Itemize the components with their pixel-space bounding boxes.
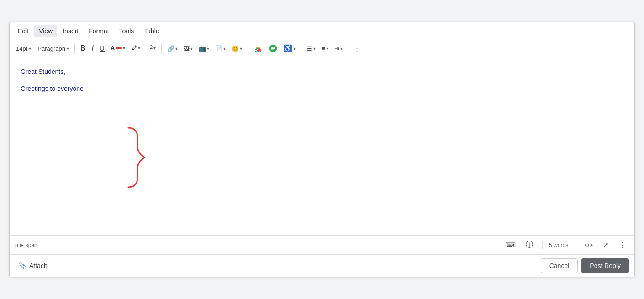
paragraph-chevron: ▾ [67,46,69,51]
editor-line-1: Great Students, [21,66,623,78]
status-sep-2 [575,241,575,249]
svg-rect-3 [271,50,274,50]
template-chevron: ▾ [223,46,226,51]
list-icon: ≡ [322,45,325,52]
svg-rect-2 [271,48,275,49]
align-button[interactable]: ☰ ▾ [304,43,318,54]
menu-bar: Edit View Insert Format Tools Table [10,22,634,40]
accessibility-status-button[interactable]: ⓘ [523,238,536,252]
italic-button[interactable]: I [89,42,96,54]
align-group: ☰ ▾ ≡ ▾ ⇥ ▾ [304,43,345,54]
accessibility-chevron: ▾ [293,46,296,51]
font-color-icon: A [111,45,115,52]
font-size-chevron: ▾ [29,46,31,51]
google-docs-icon [269,44,278,53]
post-reply-button[interactable]: Post Reply [581,258,629,273]
footer: 📎 Attach Cancel Post Reply [10,254,634,277]
status-more-button[interactable]: ⋮ [616,239,629,251]
image-button[interactable]: 🖼 ▾ [181,43,195,54]
sep-3 [248,43,248,54]
google-docs-button[interactable] [266,42,280,55]
align-icon: ☰ [307,45,312,52]
status-arrow: ▶ [20,242,24,247]
media-button[interactable]: 📺 ▾ [196,43,212,54]
emoji-button[interactable]: 😊 ▾ [229,43,245,54]
status-bar: p ▶ span ⌨ ⓘ 5 words </> ⤢ ⋮ [10,235,634,254]
attach-button[interactable]: 📎 Attach [15,260,51,271]
menu-tools[interactable]: Tools [115,25,139,37]
accessibility-icon: ♿ [284,44,292,52]
menu-format[interactable]: Format [84,25,113,37]
list-button[interactable]: ≡ ▾ [319,43,331,54]
superscript-icon: T2 [146,44,153,52]
attach-icon: 📎 [19,262,26,269]
highlight-icon: 🖍 [131,45,137,52]
highlight-button[interactable]: 🖍 ▾ [128,43,143,53]
media-chevron: ▾ [207,46,209,51]
cloud-group: ♿ ▾ [251,42,298,55]
superscript-chevron: ▾ [153,46,156,51]
link-chevron: ▾ [175,46,178,51]
code-view-button[interactable]: </> [581,240,596,250]
font-color-indicator [116,47,122,49]
indent-chevron: ▾ [340,46,343,51]
status-p: p [15,242,18,248]
image-icon: 🖼 [184,45,190,52]
google-drive-icon [253,44,263,53]
font-color-button[interactable]: A ▾ [108,43,128,53]
font-size-select[interactable]: 14pt ▾ [13,44,34,53]
sep-2 [161,43,162,54]
status-sep-1 [542,241,543,249]
status-span: span [26,242,37,248]
menu-table[interactable]: Table [139,25,164,37]
menu-view[interactable]: View [34,25,57,37]
more-options-button[interactable]: ⋮ [351,43,363,54]
paragraph-select[interactable]: Paragraph ▾ [35,44,72,53]
indent-button[interactable]: ⇥ ▾ [332,43,345,54]
sep-4 [301,43,301,54]
sep-1 [74,43,75,54]
fullscreen-button[interactable]: ⤢ [600,239,612,251]
indent-icon: ⇥ [334,45,339,52]
emoji-chevron: ▾ [240,46,242,51]
align-chevron: ▾ [313,46,316,51]
editor-content[interactable]: Great Students, Greetings to everyone [21,66,623,94]
footer-actions: Cancel Post Reply [541,258,629,273]
editor-container: Edit View Insert Format Tools Table 14pt… [9,22,635,277]
template-icon: 📄 [215,45,222,52]
keyboard-shortcut-button[interactable]: ⌨ [502,239,518,251]
list-chevron: ▾ [326,46,328,51]
editor-area: Great Students, Greetings to everyone [10,57,634,235]
paragraph-group: Paragraph ▾ [35,44,72,53]
link-image-group: 🔗 ▾ 🖼 ▾ 📺 ▾ 📄 ▾ 😊 ▾ [164,43,245,54]
word-count: 5 words [549,242,568,248]
cancel-button[interactable]: Cancel [541,258,578,273]
accessibility-button[interactable]: ♿ ▾ [281,42,298,54]
superscript-button[interactable]: T2 ▾ [143,42,158,54]
link-button[interactable]: 🔗 ▾ [164,43,180,54]
menu-edit[interactable]: Edit [13,25,33,37]
google-drive-button[interactable] [251,42,265,55]
template-button[interactable]: 📄 ▾ [212,43,228,54]
bold-button[interactable]: B [78,42,89,54]
emoji-icon: 😊 [232,45,239,52]
link-icon: 🔗 [167,45,174,52]
font-size-group: 14pt ▾ [13,44,34,53]
status-right: ⌨ ⓘ 5 words </> ⤢ ⋮ [502,238,629,252]
menu-insert[interactable]: Insert [58,25,83,37]
more-options-icon: ⋮ [354,45,360,52]
toolbar: 14pt ▾ Paragraph ▾ B I U A ▾ 🖍 ▾ [10,40,634,57]
status-path: p ▶ span [15,242,37,248]
media-icon: 📺 [199,45,206,52]
sep-5 [348,43,348,54]
image-chevron: ▾ [190,46,193,51]
font-color-chevron: ▾ [123,46,125,51]
svg-rect-1 [271,47,275,48]
editor-line-2: Greetings to everyone [21,83,623,94]
underline-button[interactable]: U [97,42,107,54]
text-format-group: B I U A ▾ 🖍 ▾ T2 ▾ [78,42,158,54]
highlight-chevron: ▾ [138,46,140,51]
